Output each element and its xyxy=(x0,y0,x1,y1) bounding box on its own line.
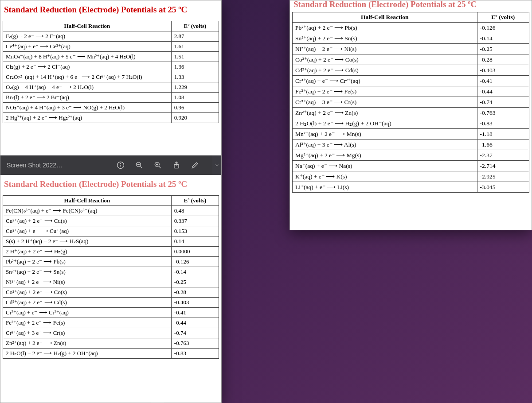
potential-cell: 0.153 xyxy=(171,226,219,236)
potential-cell: 0.337 xyxy=(171,216,219,226)
reaction-cell: Mg²⁺(aq) + 2 e⁻ ⟶ Mg(s) xyxy=(293,150,477,161)
table-row: Cd²⁺(aq) + 2 e⁻ ⟶ Cd(s)-0.403 xyxy=(3,298,219,308)
potential-cell: -0.763 xyxy=(171,338,219,349)
table-row: Fe(CN)₆³⁻(aq) + e⁻ ⟶ Fe(CN)₆⁴⁻(aq)0.48 xyxy=(3,206,219,216)
table-row: Sn²⁺(aq) + 2 e⁻ ⟶ Sn(s)-0.14 xyxy=(293,33,529,44)
table-row: Cr₂O₇²⁻(aq) + 14 H⁺(aq) + 6 e⁻ ⟶ 2 Cr³⁺(… xyxy=(3,72,219,82)
table-row: 2 Hg²⁺(aq) + 2 e⁻ ⟶ Hg₂²⁺(aq)0.920 xyxy=(3,113,219,123)
reaction-cell: Cr₂O₇²⁻(aq) + 14 H⁺(aq) + 6 e⁻ ⟶ 2 Cr³⁺(… xyxy=(3,72,172,82)
potential-cell: 1.51 xyxy=(171,52,219,62)
reaction-cell: O₂(g) + 4 H⁺(aq) + 4 e⁻ ⟶ 2 H₂O(l) xyxy=(3,82,172,93)
col-potential: Eº (volts) xyxy=(171,21,219,31)
reaction-cell: 2 Hg²⁺(aq) + 2 e⁻ ⟶ Hg₂²⁺(aq) xyxy=(3,113,172,123)
reaction-cell: Cu²⁺(aq) + 2 e⁻ ⟶ Cu(s) xyxy=(3,216,172,226)
table-row: Mg²⁺(aq) + 2 e⁻ ⟶ Mg(s)-2.37 xyxy=(293,150,529,161)
reaction-cell: 2 H₂O(l) + 2 e⁻ ⟶ H₂(g) + 2 OH⁻(aq) xyxy=(293,118,477,129)
svg-point-2 xyxy=(121,163,121,164)
reaction-cell: Cr³⁺(aq) + e⁻ ⟶ Cr²⁺(aq) xyxy=(293,76,477,86)
table-row: Zn²⁺(aq) + 2 e⁻ ⟶ Zn(s)-0.763 xyxy=(293,108,529,118)
table-row: Fe²⁺(aq) + 2 e⁻ ⟶ Fe(s)-0.44 xyxy=(293,86,529,97)
doc-title-back: Standard Reduction (Electrode) Potential… xyxy=(290,0,532,12)
reaction-cell: Co²⁺(aq) + 2 e⁻ ⟶ Co(s) xyxy=(293,54,477,65)
potential-cell: -0.25 xyxy=(171,277,219,287)
reaction-cell: Zn²⁺(aq) + 2 e⁻ ⟶ Zn(s) xyxy=(293,108,477,118)
share-icon[interactable] xyxy=(172,160,181,170)
potential-cell: -0.14 xyxy=(477,33,529,44)
reaction-cell: Ni²⁺(aq) + 2 e⁻ ⟶ Ni(s) xyxy=(293,44,477,54)
reaction-cell: S(s) + 2 H⁺(aq) + 2 e⁻ ⟶ H₂S(aq) xyxy=(3,236,172,247)
table-row: Cl₂(g) + 2 e⁻ ⟶ 2 Cl⁻(aq)1.36 xyxy=(3,62,219,72)
potential-cell: -0.28 xyxy=(171,287,219,298)
preview-window-front[interactable]: Standard Reduction (Electrode) Potential… xyxy=(0,0,222,403)
zoom-out-icon[interactable] xyxy=(134,160,144,170)
table-row: Cu²⁺(aq) + 2 e⁻ ⟶ Cu(s)0.337 xyxy=(3,216,219,226)
col-potential: Eº (volts) xyxy=(171,196,219,206)
potential-cell: -0.41 xyxy=(171,308,219,318)
reaction-cell: Al³⁺(aq) + 3 e⁻ ⟶ Al(s) xyxy=(293,140,477,150)
potential-cell: 0.14 xyxy=(171,236,219,247)
table-row: Cr³⁺(aq) + e⁻ ⟶ Cr²⁺(aq)-0.41 xyxy=(293,76,529,86)
potential-cell: -0.403 xyxy=(477,65,529,76)
table-row: Co²⁺(aq) + 2 e⁻ ⟶ Co(s)-0.28 xyxy=(293,54,529,65)
reaction-cell: Pb²⁺(aq) + 2 e⁻ ⟶ Pb(s) xyxy=(293,23,477,33)
reaction-cell: Cu²⁺(aq) + e⁻ ⟶ Cu⁺(aq) xyxy=(3,226,172,236)
reaction-cell: Fe²⁺(aq) + 2 e⁻ ⟶ Fe(s) xyxy=(293,86,477,97)
potential-cell: -0.14 xyxy=(171,267,219,277)
reaction-cell: Br₂(l) + 2 e⁻ ⟶ 2 Br⁻(aq) xyxy=(3,93,172,103)
potential-cell: 0.96 xyxy=(171,103,219,113)
col-reaction: Half-Cell Reaction xyxy=(293,12,477,23)
svg-line-7 xyxy=(159,167,161,168)
potential-cell: -0.41 xyxy=(477,76,529,86)
chevron-down-icon[interactable] xyxy=(212,155,221,175)
dock-hint xyxy=(151,400,164,403)
reaction-cell: 2 H⁺(aq) + 2 e⁻ ⟶ H₂(g) xyxy=(3,247,172,257)
table-row: F₂(g) + 2 e⁻ ⟶ 2 F⁻(aq)2.87 xyxy=(3,31,219,42)
quicklook-toolbar: Screen Shot 2022… xyxy=(0,155,221,175)
table-row: S(s) + 2 H⁺(aq) + 2 e⁻ ⟶ H₂S(aq)0.14 xyxy=(3,236,219,247)
info-icon[interactable] xyxy=(116,160,125,170)
reaction-cell: 2 H₂O(l) + 2 e⁻ ⟶ H₂(g) + 2 OH⁻(aq) xyxy=(3,349,172,359)
reaction-cell: Mn²⁺(aq) + 2 e⁻ ⟶ Mn(s) xyxy=(293,129,477,140)
table-row: Cr³⁺(aq) + 3 e⁻ ⟶ Cr(s)-0.74 xyxy=(3,328,219,338)
potentials-table-back: Half-Cell Reaction Eº (volts) Pb²⁺(aq) +… xyxy=(292,12,529,193)
reaction-cell: Fe(CN)₆³⁻(aq) + e⁻ ⟶ Fe(CN)₆⁴⁻(aq) xyxy=(3,206,172,216)
reaction-cell: Fe²⁺(aq) + 2 e⁻ ⟶ Fe(s) xyxy=(3,318,172,328)
reaction-cell: Cr³⁺(aq) + 3 e⁻ ⟶ Cr(s) xyxy=(293,97,477,108)
reaction-cell: NO₃⁻(aq) + 4 H⁺(aq) + 3 e⁻ ⟶ NO(g) + 2 H… xyxy=(3,103,172,113)
table-row: Cu²⁺(aq) + e⁻ ⟶ Cu⁺(aq)0.153 xyxy=(3,226,219,236)
doc-title-front-top: Standard Reduction (Electrode) Potential… xyxy=(0,0,221,21)
potential-cell: -0.83 xyxy=(171,349,219,359)
potentials-table-top: Half-Cell Reaction Eº (volts) F₂(g) + 2 … xyxy=(3,21,219,123)
potentials-table-bot: Half-Cell Reaction Eº (volts) Fe(CN)₆³⁻(… xyxy=(3,195,219,359)
markup-icon[interactable] xyxy=(190,160,200,170)
doc-segment-top: Standard Reduction (Electrode) Potential… xyxy=(0,0,221,155)
reaction-cell: Pb²⁺(aq) + 2 e⁻ ⟶ Pb(s) xyxy=(3,257,172,267)
reaction-cell: Cr³⁺(aq) + e⁻ ⟶ Cr²⁺(aq) xyxy=(3,308,172,318)
table-row: Na⁺(aq) + e⁻ ⟶ Na(s)-2.714 xyxy=(293,161,529,171)
potential-cell: -2.925 xyxy=(477,171,529,182)
potential-cell: 2.87 xyxy=(171,31,219,42)
reaction-cell: MnO₄⁻(aq) + 8 H⁺(aq) + 5 e⁻ ⟶ Mn²⁺(aq) +… xyxy=(3,52,172,62)
potential-cell: -0.25 xyxy=(477,44,529,54)
reaction-cell: Sn²⁺(aq) + 2 e⁻ ⟶ Sn(s) xyxy=(293,33,477,44)
potential-cell: 1.61 xyxy=(171,42,219,52)
potential-cell: -0.44 xyxy=(477,86,529,97)
table-row: Li⁺(aq) + e⁻ ⟶ Li(s)-3.045 xyxy=(293,182,529,193)
zoom-in-icon[interactable] xyxy=(153,160,163,170)
doc-segment-bottom: Standard Reduction (Electrode) Potential… xyxy=(0,175,221,403)
table-row: Ce⁴⁺(aq) + e⁻ ⟶ Ce³⁺(aq)1.61 xyxy=(3,42,219,52)
potential-cell: -0.83 xyxy=(477,118,529,129)
preview-window-back[interactable]: Standard Reduction (Electrode) Potential… xyxy=(289,0,532,230)
potential-cell: 0.48 xyxy=(171,206,219,216)
table-row: Ni²⁺(aq) + 2 e⁻ ⟶ Ni(s)-0.25 xyxy=(293,44,529,54)
table-row: Al³⁺(aq) + 3 e⁻ ⟶ Al(s)-1.66 xyxy=(293,140,529,150)
potential-cell: 1.36 xyxy=(171,62,219,72)
table-row: K⁺(aq) + e⁻ ⟶ K(s)-2.925 xyxy=(293,171,529,182)
reaction-cell: Cr³⁺(aq) + 3 e⁻ ⟶ Cr(s) xyxy=(3,328,172,338)
table-row: Mn²⁺(aq) + 2 e⁻ ⟶ Mn(s)-1.18 xyxy=(293,129,529,140)
table-row: NO₃⁻(aq) + 4 H⁺(aq) + 3 e⁻ ⟶ NO(g) + 2 H… xyxy=(3,103,219,113)
reaction-cell: Sn²⁺(aq) + 2 e⁻ ⟶ Sn(s) xyxy=(3,267,172,277)
potential-cell: -0.763 xyxy=(477,108,529,118)
table-row: 2 H⁺(aq) + 2 e⁻ ⟶ H₂(g)0.0000 xyxy=(3,247,219,257)
reaction-cell: Cd²⁺(aq) + 2 e⁻ ⟶ Cd(s) xyxy=(3,298,172,308)
